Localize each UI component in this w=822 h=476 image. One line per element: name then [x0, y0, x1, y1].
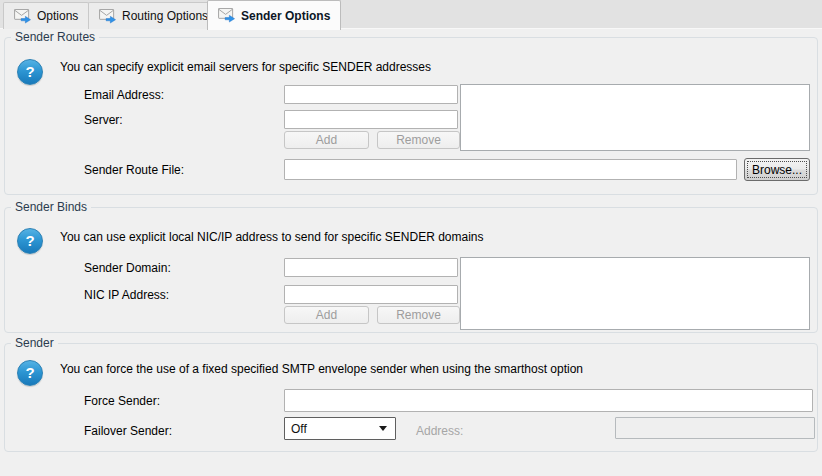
- nic-ip-address-label: NIC IP Address:: [84, 289, 169, 302]
- email-address-label: Email Address:: [84, 89, 164, 102]
- mail-forward-icon: [99, 9, 117, 24]
- server-input[interactable]: [284, 110, 458, 129]
- tab-routing-options-label: Routing Options: [122, 10, 208, 22]
- email-address-input[interactable]: [284, 85, 458, 104]
- sender-binds-remove-button[interactable]: Remove: [377, 306, 460, 324]
- sender-domain-input[interactable]: [284, 258, 458, 277]
- sender-routes-group-title: Sender Routes: [11, 30, 99, 44]
- sender-binds-group-title: Sender Binds: [11, 200, 91, 214]
- sender-routes-list[interactable]: [460, 84, 810, 151]
- tab-routing-options[interactable]: Routing Options: [88, 2, 219, 29]
- help-icon: ?: [17, 59, 43, 85]
- help-icon: ?: [17, 228, 43, 254]
- tab-sender-options[interactable]: Sender Options: [207, 0, 341, 30]
- mail-forward-icon: [218, 8, 236, 23]
- sender-route-file-input[interactable]: [284, 159, 737, 180]
- address-input[interactable]: [615, 417, 815, 439]
- failover-sender-selected-value: Off: [291, 423, 379, 435]
- tab-options[interactable]: Options: [3, 2, 89, 29]
- force-sender-label: Force Sender:: [84, 395, 160, 408]
- nic-ip-address-input[interactable]: [284, 285, 458, 304]
- sender-routes-description: You can specify explicit email servers f…: [60, 60, 431, 74]
- address-label: Address:: [416, 425, 463, 438]
- force-sender-input[interactable]: [284, 389, 813, 412]
- tab-options-label: Options: [37, 10, 78, 22]
- sender-binds-description: You can use explicit local NIC/IP addres…: [60, 230, 484, 244]
- sender-group-title: Sender: [11, 336, 58, 350]
- tab-strip: Options Routing Options Sender Options: [0, 0, 822, 29]
- sender-binds-add-button[interactable]: Add: [284, 306, 369, 324]
- sender-routes-add-button[interactable]: Add: [284, 131, 369, 149]
- browse-button[interactable]: Browse...: [744, 158, 810, 181]
- help-icon: ?: [17, 360, 43, 386]
- sender-options-panel: { "tabs": [ { "label": "Options", "activ…: [0, 0, 822, 476]
- sender-binds-list[interactable]: [460, 257, 810, 330]
- tab-sender-options-label: Sender Options: [241, 10, 330, 22]
- server-label: Server:: [84, 114, 123, 127]
- sender-route-file-label: Sender Route File:: [84, 164, 184, 177]
- sender-description: You can force the use of a fixed specifi…: [60, 362, 583, 376]
- failover-sender-label: Failover Sender:: [84, 425, 172, 438]
- chevron-down-icon: [379, 426, 387, 431]
- mail-forward-icon: [14, 9, 32, 24]
- failover-sender-dropdown[interactable]: Off: [284, 417, 396, 440]
- sender-routes-remove-button[interactable]: Remove: [377, 131, 460, 149]
- sender-domain-label: Sender Domain:: [84, 262, 171, 275]
